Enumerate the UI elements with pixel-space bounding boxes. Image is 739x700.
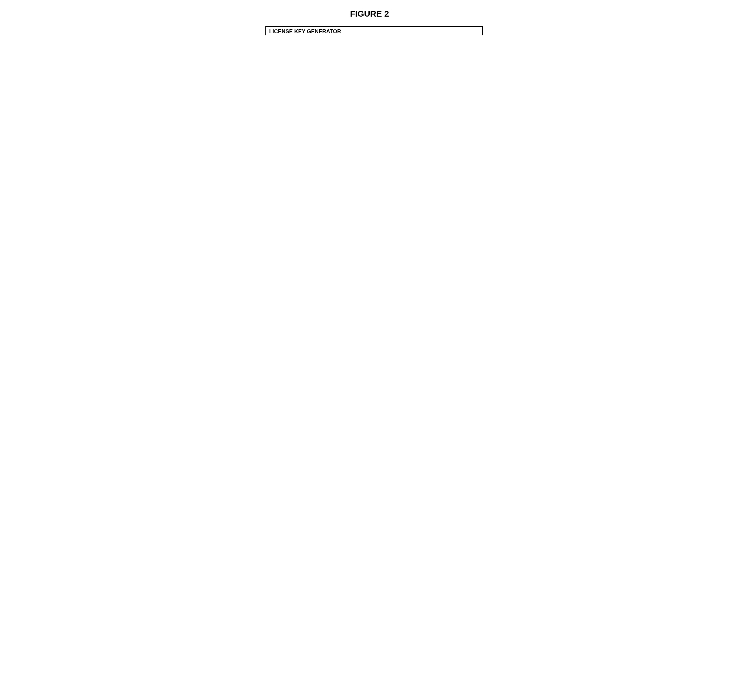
app-window: LICENSE KEY GENERATOR Encryption Templat… (265, 26, 483, 35)
window-title: LICENSE KEY GENERATOR (266, 27, 482, 35)
figure-title: FIGURE 2 (9, 9, 730, 19)
